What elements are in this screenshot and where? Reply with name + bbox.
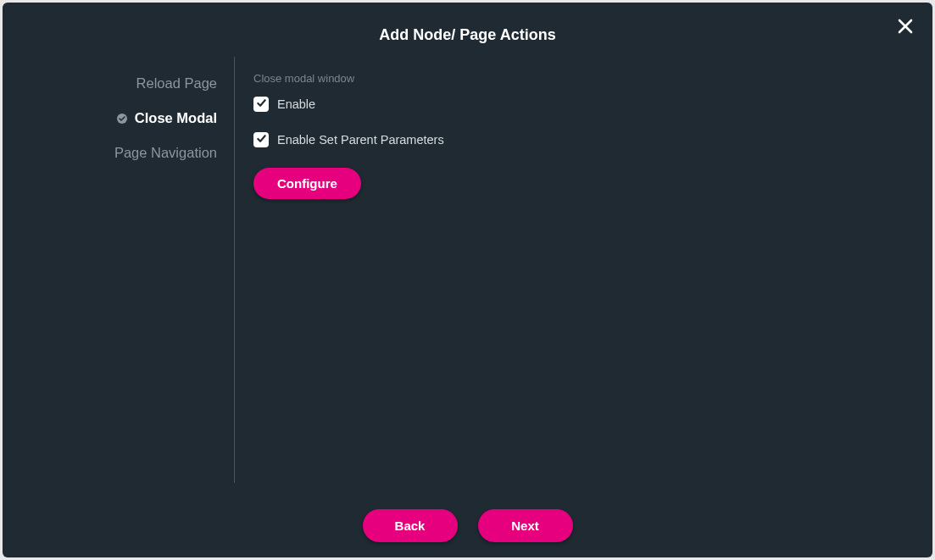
enable-parent-label: Enable Set Parent Parameters — [277, 133, 444, 147]
configure-button[interactable]: Configure — [253, 168, 361, 199]
modal-body: Reload Page Close Modal Page Navigation … — [3, 57, 932, 483]
close-icon — [897, 18, 914, 38]
content-panel: Close modal window Enable Enable Set Par… — [235, 57, 932, 483]
sidebar-item-label: Close Modal — [135, 110, 217, 126]
enable-label: Enable — [277, 97, 315, 111]
enable-checkbox[interactable] — [253, 97, 269, 112]
sidebar-item-close-modal[interactable]: Close Modal — [116, 110, 217, 126]
back-button[interactable]: Back — [363, 509, 458, 542]
check-icon — [256, 132, 267, 147]
sidebar-item-reload-page[interactable]: Reload Page — [136, 75, 217, 91]
enable-row: Enable — [253, 97, 914, 112]
modal-title: Add Node/ Page Actions — [3, 26, 932, 44]
modal-add-node-page-actions: Add Node/ Page Actions Reload Page Close… — [3, 3, 932, 557]
sidebar-item-label: Page Navigation — [114, 145, 217, 161]
enable-parent-checkbox[interactable] — [253, 132, 269, 147]
check-icon — [256, 97, 267, 112]
section-label: Close modal window — [253, 72, 914, 85]
close-button[interactable] — [893, 16, 917, 40]
modal-footer: Back Next — [3, 509, 932, 542]
sidebar: Reload Page Close Modal Page Navigation — [3, 57, 235, 483]
sidebar-item-label: Reload Page — [136, 75, 217, 91]
sidebar-item-page-navigation[interactable]: Page Navigation — [114, 145, 217, 161]
next-button[interactable]: Next — [478, 509, 573, 542]
radio-selected-icon — [116, 113, 128, 125]
enable-parent-row: Enable Set Parent Parameters — [253, 132, 914, 147]
